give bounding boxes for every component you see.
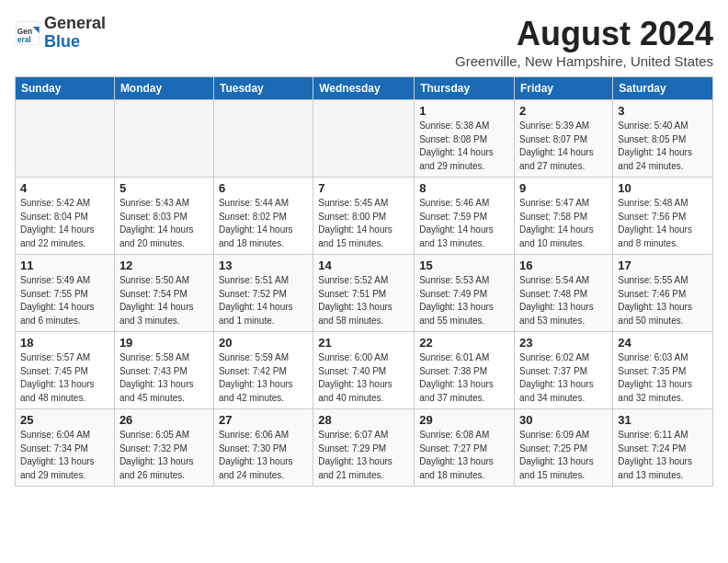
cell-info: Sunrise: 6:06 AM Sunset: 7:30 PM Dayligh… [219, 429, 308, 482]
cell-date: 19 [119, 336, 209, 350]
calendar-cell: 31Sunrise: 6:11 AM Sunset: 7:24 PM Dayli… [613, 409, 713, 487]
cell-date: 31 [618, 413, 708, 427]
cell-date: 17 [618, 259, 708, 272]
calendar-cell: 19Sunrise: 5:58 AM Sunset: 7:43 PM Dayli… [114, 332, 213, 409]
cell-date: 6 [219, 181, 308, 195]
cell-date: 25 [20, 413, 109, 427]
calendar-cell: 15Sunrise: 5:53 AM Sunset: 7:49 PM Dayli… [415, 255, 515, 332]
cell-info: Sunrise: 5:45 AM Sunset: 8:00 PM Dayligh… [318, 197, 409, 250]
calendar-cell [16, 100, 115, 178]
calendar-cell: 29Sunrise: 6:08 AM Sunset: 7:27 PM Dayli… [415, 409, 515, 487]
cell-date: 30 [519, 413, 608, 427]
calendar-cell: 3Sunrise: 5:40 AM Sunset: 8:05 PM Daylig… [613, 100, 713, 178]
calendar-cell: 5Sunrise: 5:43 AM Sunset: 8:03 PM Daylig… [114, 178, 213, 255]
cell-info: Sunrise: 5:58 AM Sunset: 7:43 PM Dayligh… [119, 351, 209, 405]
cell-info: Sunrise: 5:44 AM Sunset: 8:02 PM Dayligh… [219, 197, 308, 250]
calendar-cell: 12Sunrise: 5:50 AM Sunset: 7:54 PM Dayli… [114, 255, 213, 332]
cell-date: 23 [519, 336, 608, 350]
header-friday: Friday [515, 77, 613, 100]
cell-info: Sunrise: 5:49 AM Sunset: 7:55 PM Dayligh… [20, 274, 109, 327]
cell-date: 1 [419, 104, 509, 118]
cell-info: Sunrise: 5:57 AM Sunset: 7:45 PM Dayligh… [20, 351, 109, 405]
calendar-cell: 14Sunrise: 5:52 AM Sunset: 7:51 PM Dayli… [313, 255, 415, 332]
cell-info: Sunrise: 5:43 AM Sunset: 8:03 PM Dayligh… [119, 197, 209, 250]
logo-text: General Blue [44, 15, 106, 52]
calendar-cell [313, 100, 415, 178]
cell-date: 7 [318, 181, 409, 195]
calendar-cell: 17Sunrise: 5:55 AM Sunset: 7:46 PM Dayli… [613, 255, 713, 332]
cell-info: Sunrise: 5:53 AM Sunset: 7:49 PM Dayligh… [419, 274, 509, 327]
calendar-cell: 9Sunrise: 5:47 AM Sunset: 7:58 PM Daylig… [515, 178, 613, 255]
cell-info: Sunrise: 5:38 AM Sunset: 8:08 PM Dayligh… [419, 120, 509, 173]
cell-info: Sunrise: 5:50 AM Sunset: 7:54 PM Dayligh… [119, 274, 209, 327]
calendar-table: SundayMondayTuesdayWednesdayThursdayFrid… [15, 76, 713, 487]
calendar-cell: 13Sunrise: 5:51 AM Sunset: 7:52 PM Dayli… [213, 255, 313, 332]
cell-info: Sunrise: 5:55 AM Sunset: 7:46 PM Dayligh… [618, 274, 708, 327]
header-tuesday: Tuesday [213, 77, 313, 100]
header-sunday: Sunday [16, 77, 115, 100]
calendar-cell: 28Sunrise: 6:07 AM Sunset: 7:29 PM Dayli… [313, 409, 415, 487]
calendar-cell [114, 100, 213, 178]
cell-date: 15 [419, 259, 509, 272]
logo-blue: Blue [44, 33, 106, 52]
calendar-cell: 21Sunrise: 6:00 AM Sunset: 7:40 PM Dayli… [313, 332, 415, 409]
cell-info: Sunrise: 6:07 AM Sunset: 7:29 PM Dayligh… [318, 429, 409, 482]
cell-info: Sunrise: 5:46 AM Sunset: 7:59 PM Dayligh… [419, 197, 509, 250]
cell-date: 3 [618, 104, 708, 118]
calendar-cell: 8Sunrise: 5:46 AM Sunset: 7:59 PM Daylig… [415, 178, 515, 255]
week-row-4: 25Sunrise: 6:04 AM Sunset: 7:34 PM Dayli… [16, 409, 713, 487]
cell-info: Sunrise: 6:02 AM Sunset: 7:37 PM Dayligh… [519, 351, 608, 405]
cell-date: 14 [318, 259, 409, 272]
calendar-cell: 18Sunrise: 5:57 AM Sunset: 7:45 PM Dayli… [16, 332, 115, 409]
header-wednesday: Wednesday [313, 77, 415, 100]
cell-info: Sunrise: 6:09 AM Sunset: 7:25 PM Dayligh… [519, 429, 608, 482]
calendar-cell: 23Sunrise: 6:02 AM Sunset: 7:37 PM Dayli… [515, 332, 613, 409]
cell-info: Sunrise: 5:51 AM Sunset: 7:52 PM Dayligh… [219, 274, 308, 327]
cell-date: 13 [219, 259, 308, 272]
cell-date: 21 [318, 336, 409, 350]
cell-info: Sunrise: 6:00 AM Sunset: 7:40 PM Dayligh… [318, 351, 409, 405]
calendar-cell: 10Sunrise: 5:48 AM Sunset: 7:56 PM Dayli… [613, 178, 713, 255]
week-row-1: 4Sunrise: 5:42 AM Sunset: 8:04 PM Daylig… [16, 178, 713, 255]
svg-text:eral: eral [17, 35, 31, 44]
cell-date: 5 [119, 181, 209, 195]
calendar-cell: 20Sunrise: 5:59 AM Sunset: 7:42 PM Dayli… [213, 332, 313, 409]
header-monday: Monday [114, 77, 213, 100]
cell-date: 2 [519, 104, 608, 118]
calendar-subtitle: Greenville, New Hampshire, United States [455, 53, 713, 69]
cell-date: 29 [419, 413, 509, 427]
logo-general: General [44, 15, 106, 33]
cell-info: Sunrise: 5:52 AM Sunset: 7:51 PM Dayligh… [318, 274, 409, 327]
header-saturday: Saturday [613, 77, 713, 100]
cell-date: 20 [219, 336, 308, 350]
cell-info: Sunrise: 5:59 AM Sunset: 7:42 PM Dayligh… [219, 351, 308, 405]
calendar-cell: 1Sunrise: 5:38 AM Sunset: 8:08 PM Daylig… [415, 100, 515, 178]
calendar-cell: 4Sunrise: 5:42 AM Sunset: 8:04 PM Daylig… [16, 178, 115, 255]
cell-info: Sunrise: 6:05 AM Sunset: 7:32 PM Dayligh… [119, 429, 209, 482]
calendar-cell: 16Sunrise: 5:54 AM Sunset: 7:48 PM Dayli… [515, 255, 613, 332]
calendar-cell: 2Sunrise: 5:39 AM Sunset: 8:07 PM Daylig… [515, 100, 613, 178]
calendar-cell: 24Sunrise: 6:03 AM Sunset: 7:35 PM Dayli… [613, 332, 713, 409]
cell-info: Sunrise: 6:01 AM Sunset: 7:38 PM Dayligh… [419, 351, 509, 405]
calendar-cell: 26Sunrise: 6:05 AM Sunset: 7:32 PM Dayli… [114, 409, 213, 487]
cell-info: Sunrise: 5:40 AM Sunset: 8:05 PM Dayligh… [618, 120, 708, 173]
cell-date: 11 [20, 259, 109, 272]
cell-info: Sunrise: 5:54 AM Sunset: 7:48 PM Dayligh… [519, 274, 608, 327]
header-thursday: Thursday [415, 77, 515, 100]
cell-date: 22 [419, 336, 509, 350]
cell-info: Sunrise: 5:47 AM Sunset: 7:58 PM Dayligh… [519, 197, 608, 250]
cell-info: Sunrise: 5:39 AM Sunset: 8:07 PM Dayligh… [519, 120, 608, 173]
cell-info: Sunrise: 5:42 AM Sunset: 8:04 PM Dayligh… [20, 197, 109, 250]
logo: Gen eral General Blue [15, 15, 106, 52]
week-row-3: 18Sunrise: 5:57 AM Sunset: 7:45 PM Dayli… [16, 332, 713, 409]
header-row: SundayMondayTuesdayWednesdayThursdayFrid… [16, 77, 713, 100]
calendar-cell: 6Sunrise: 5:44 AM Sunset: 8:02 PM Daylig… [213, 178, 313, 255]
calendar-cell: 30Sunrise: 6:09 AM Sunset: 7:25 PM Dayli… [515, 409, 613, 487]
week-row-2: 11Sunrise: 5:49 AM Sunset: 7:55 PM Dayli… [16, 255, 713, 332]
cell-date: 12 [119, 259, 209, 272]
cell-date: 18 [20, 336, 109, 350]
week-row-0: 1Sunrise: 5:38 AM Sunset: 8:08 PM Daylig… [16, 100, 713, 178]
cell-date: 8 [419, 181, 509, 195]
calendar-cell: 11Sunrise: 5:49 AM Sunset: 7:55 PM Dayli… [16, 255, 115, 332]
cell-date: 24 [618, 336, 708, 350]
